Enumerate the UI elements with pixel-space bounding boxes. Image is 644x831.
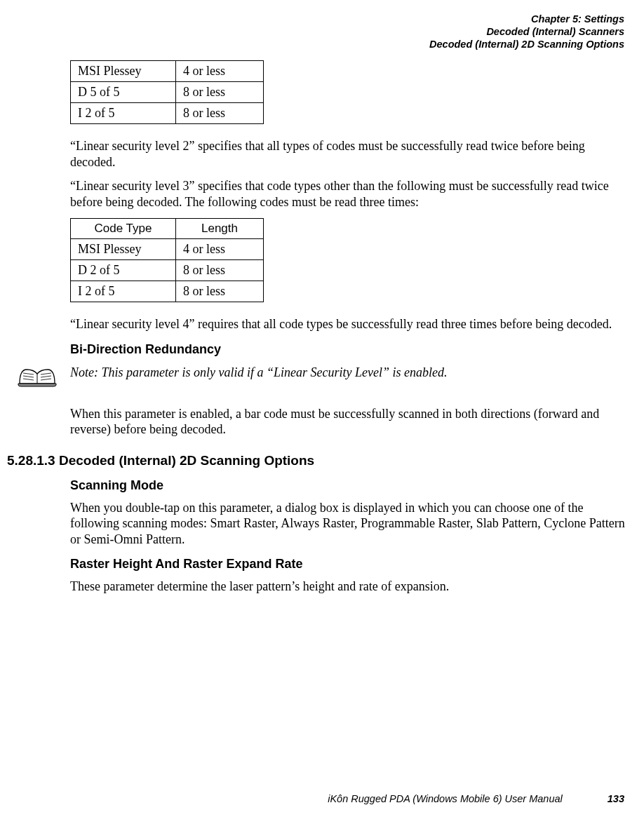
footer-manual-title: iKôn Rugged PDA (Windows Mobile 6) User …	[328, 793, 563, 804]
code-length-cell: 4 or less	[176, 239, 264, 260]
table-row: I 2 of 5 8 or less	[71, 281, 264, 302]
header-section: Decoded (Internal) Scanners	[429, 25, 624, 38]
section-heading-row: 5.28.1.3 Decoded (Internal) 2D Scanning …	[7, 453, 628, 468]
page-footer: iKôn Rugged PDA (Windows Mobile 6) User …	[328, 793, 624, 804]
code-type-cell: D 2 of 5	[71, 260, 176, 281]
table-header-length: Length	[176, 219, 264, 239]
code-table-1: MSI Plessey 4 or less D 5 of 5 8 or less…	[70, 60, 264, 124]
table-row: I 2 of 5 8 or less	[71, 103, 264, 124]
paragraph-scanning-mode: When you double-tap on this parameter, a…	[70, 500, 628, 548]
subheading-scanning-mode: Scanning Mode	[70, 478, 628, 493]
table-row: MSI Plessey 4 or less	[71, 61, 264, 82]
paragraph-level3: “Linear security level 3” specifies that…	[70, 178, 628, 210]
footer-page-number: 133	[608, 793, 624, 804]
header-subsection: Decoded (Internal) 2D Scanning Options	[429, 38, 624, 50]
code-type-cell: I 2 of 5	[71, 281, 176, 302]
table-row: MSI Plessey 4 or less	[71, 239, 264, 260]
code-length-cell: 8 or less	[176, 82, 264, 103]
paragraph-raster: These parameter determine the laser patt…	[70, 579, 628, 595]
paragraph-bidirection: When this parameter is enabled, a bar co…	[70, 406, 628, 438]
page-header: Chapter 5: Settings Decoded (Internal) S…	[429, 13, 624, 50]
table-header-row: Code Type Length	[71, 219, 264, 239]
code-table-2: Code Type Length MSI Plessey 4 or less D…	[70, 218, 264, 302]
table-row: D 2 of 5 8 or less	[71, 260, 264, 281]
code-type-cell: MSI Plessey	[71, 61, 176, 82]
page-content: MSI Plessey 4 or less D 5 of 5 8 or less…	[70, 60, 628, 603]
code-length-cell: 8 or less	[176, 281, 264, 302]
subheading-bidirection: Bi-Direction Redundancy	[70, 342, 628, 357]
paragraph-level4: “Linear security level 4” requires that …	[70, 316, 628, 332]
code-length-cell: 4 or less	[176, 61, 264, 82]
table-row: D 5 of 5 8 or less	[71, 82, 264, 103]
paragraph-level2: “Linear security level 2” specifies that…	[70, 138, 628, 170]
code-length-cell: 8 or less	[176, 260, 264, 281]
section-heading: 5.28.1.3 Decoded (Internal) 2D Scanning …	[7, 453, 314, 468]
code-type-cell: D 5 of 5	[71, 82, 176, 103]
book-icon	[17, 364, 58, 391]
code-length-cell: 8 or less	[176, 103, 264, 124]
table-header-code-type: Code Type	[71, 219, 176, 239]
code-type-cell: MSI Plessey	[71, 239, 176, 260]
header-chapter: Chapter 5: Settings	[429, 13, 624, 25]
subheading-raster: Raster Height And Raster Expand Rate	[70, 557, 628, 572]
code-type-cell: I 2 of 5	[71, 103, 176, 124]
note-text: Note: This parameter is only valid if a …	[70, 364, 447, 380]
note-block: Note: This parameter is only valid if a …	[17, 364, 628, 391]
